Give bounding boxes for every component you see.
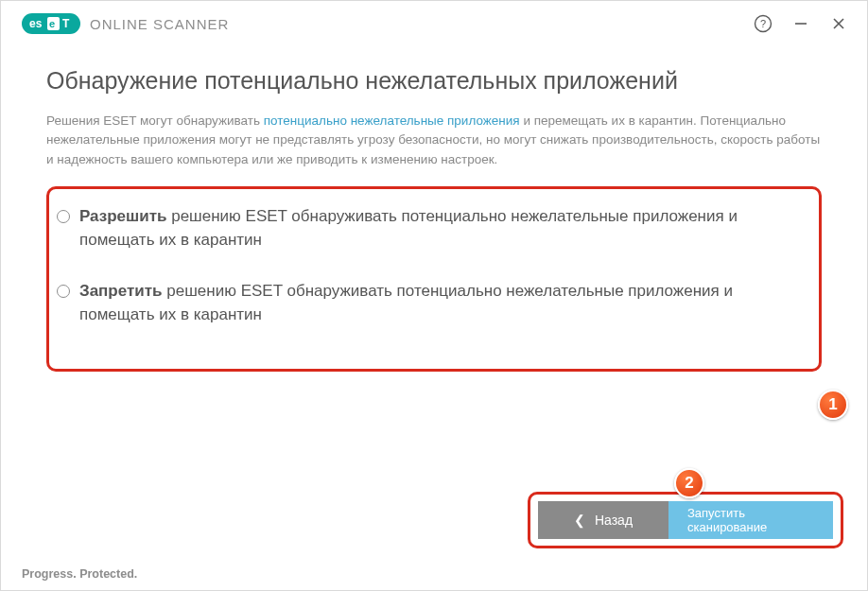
option-allow[interactable]: Разрешить решению ESET обнаруживать поте… [57, 204, 806, 252]
radio-deny[interactable] [57, 285, 70, 298]
radio-allow[interactable] [57, 210, 70, 223]
annotation-badge-2: 2 [674, 468, 704, 498]
back-button-label: Назад [595, 513, 633, 528]
svg-text:es: es [29, 17, 43, 30]
close-icon [831, 16, 846, 31]
option-allow-label: Разрешить решению ESET обнаруживать поте… [79, 204, 806, 252]
intro-text: Решения ESET могут обнаруживать потенциа… [46, 112, 822, 169]
page-title: Обнаружение потенциально нежелательных п… [46, 67, 822, 95]
app-logo: es e T ONLINE SCANNER [22, 13, 229, 34]
titlebar: es e T ONLINE SCANNER ? [1, 1, 867, 46]
svg-text:e: e [49, 18, 55, 29]
close-button[interactable] [820, 5, 858, 43]
svg-text:?: ? [760, 18, 766, 29]
footer-tagline: Progress. Protected. [22, 567, 137, 581]
annotation-badge-1: 1 [818, 390, 848, 420]
intro-link[interactable]: потенциально нежелательные приложения [264, 113, 520, 128]
options-callout: Разрешить решению ESET обнаруживать поте… [46, 186, 822, 372]
content-area: Обнаружение потенциально нежелательных п… [1, 46, 867, 372]
minimize-button[interactable] [782, 5, 820, 43]
option-deny-label: Запретить решению ESET обнаруживать поте… [79, 279, 806, 327]
help-button[interactable]: ? [744, 5, 782, 43]
intro-pre: Решения ESET могут обнаруживать [46, 113, 264, 128]
start-scan-button[interactable]: Запустить сканирование [668, 501, 833, 539]
start-scan-label: Запустить сканирование [687, 506, 814, 534]
eset-logo-icon: es e T [22, 13, 80, 34]
minimize-icon [793, 16, 808, 31]
brand-text: ONLINE SCANNER [90, 16, 229, 32]
footer-buttons-callout: ❮ Назад Запустить сканирование [528, 492, 843, 548]
back-button[interactable]: ❮ Назад [538, 501, 668, 539]
help-icon: ? [754, 14, 773, 33]
svg-text:T: T [62, 17, 70, 30]
chevron-left-icon: ❮ [574, 513, 585, 528]
option-deny[interactable]: Запретить решению ESET обнаруживать поте… [57, 279, 806, 327]
